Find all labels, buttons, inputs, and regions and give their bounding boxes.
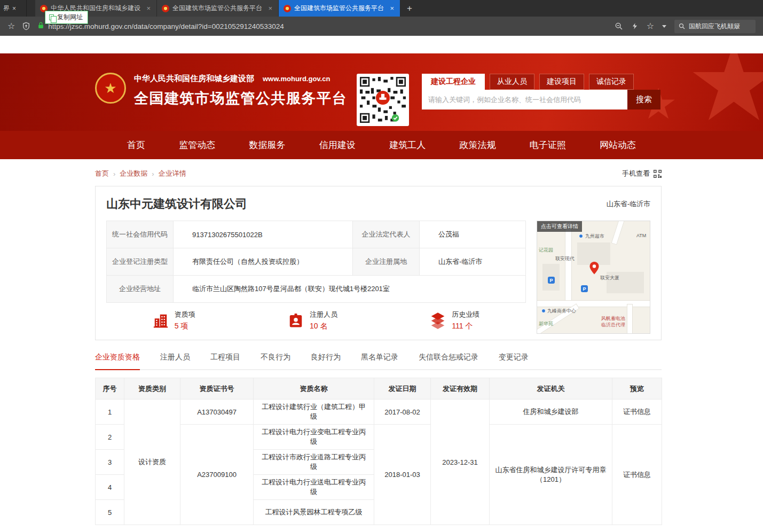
company-name: 山东中元建筑设计有限公司 <box>106 196 247 212</box>
stat-qualifications: 资质项 5 项 <box>153 310 195 331</box>
tab-dishonesty-records[interactable]: 失信联合惩戒记录 <box>419 353 478 369</box>
table-row: 2 A237009100 工程设计电力行业变电工程专业丙级 2018-01-03… <box>96 425 662 450</box>
bookmark-star-icon[interactable]: ☆ <box>7 22 15 30</box>
cell-no: 4 <box>96 475 124 500</box>
cell-name: 工程设计建筑行业（建筑工程）甲级 <box>254 400 374 425</box>
company-stats: 资质项 5 项 注册人员 10 名 <box>106 310 526 334</box>
cell-name: 工程设计电力行业送电工程专业丙级 <box>254 475 374 500</box>
lightning-icon[interactable] <box>631 22 639 30</box>
shield-icon[interactable] <box>22 22 30 30</box>
col-header-issue-date: 发证日期 <box>374 378 431 400</box>
tab-projects[interactable]: 工程项目 <box>210 353 240 369</box>
nav-item-e-license[interactable]: 电子证照 <box>530 139 566 151</box>
search-tab-enterprise[interactable]: 建设工程企业 <box>422 74 485 90</box>
col-header-cert-no: 资质证书号 <box>180 378 254 400</box>
browser-tab-3-active[interactable]: 全国建筑市场监管公共服务平台 × <box>279 0 400 17</box>
stat-label: 注册人员 <box>310 310 337 319</box>
reg-type-label: 企业登记注册类型 <box>107 248 174 276</box>
cell-no: 3 <box>96 450 124 475</box>
tab-label: 全国建筑市场监管公共服务平台 <box>294 4 386 13</box>
copy-icon <box>49 14 54 20</box>
search-button[interactable]: 搜索 <box>627 90 660 109</box>
ministry-url: www.mohurd.gov.cn <box>263 75 330 83</box>
cell-authority: 山东省住房和城乡建设厅许可专用章（1201） <box>490 425 612 525</box>
tab-label: 界 <box>3 4 10 13</box>
cell-category: 设计资质 <box>124 400 180 525</box>
stat-history-performance: 历史业绩 111 个 <box>430 310 479 331</box>
cell-issue-date: 2017-08-02 <box>374 400 431 425</box>
map-road <box>627 304 633 334</box>
stat-value: 10 名 <box>310 322 337 331</box>
close-icon[interactable]: × <box>389 4 395 12</box>
detail-tabs: 企业资质资格 注册人员 工程项目 不良行为 良好行为 黑名单记录 失信联合惩戒记… <box>95 353 662 370</box>
breadcrumb-sep-icon: › <box>113 170 115 178</box>
nav-item-site-news[interactable]: 网站动态 <box>600 139 636 151</box>
cell-no: 2 <box>96 425 124 450</box>
keyword-search-input[interactable] <box>422 90 627 109</box>
site-logo-block[interactable]: ★ 中华人民共和国住房和城乡建设部 www.mohurd.gov.cn 全国建筑… <box>95 73 347 108</box>
address-value: 临沂市兰山区陶然路107号星河晶都（联安）现代城1号楼2201室 <box>174 276 526 303</box>
browser-address-bar: ☆ https://jzsc.mohurd.gov.cn/data/compan… <box>0 17 763 36</box>
mobile-view-button[interactable]: 手机查看 <box>622 169 662 178</box>
close-icon[interactable]: × <box>12 5 16 12</box>
tab-registered-personnel[interactable]: 注册人员 <box>160 353 190 369</box>
search-tab-project[interactable]: 建设项目 <box>539 74 584 90</box>
search-tab-credit[interactable]: 诚信记录 <box>589 74 634 90</box>
zoom-icon[interactable] <box>615 22 623 30</box>
col-header-preview: 预览 <box>612 378 662 400</box>
nav-item-credit[interactable]: 信用建设 <box>319 139 356 151</box>
company-region: 山东省-临沂市 <box>607 199 650 209</box>
browser-chrome: 界 × 中华人民共和国住房和城乡建设 × 全国建筑市场监管公共服务平台 × 全国… <box>0 0 763 53</box>
nav-item-supervision[interactable]: 监管动态 <box>179 139 215 151</box>
poi-dot-icon <box>541 309 546 313</box>
col-header-category: 资质类别 <box>124 378 180 400</box>
quick-search-text: 国航回应飞机颠簸 <box>689 22 740 31</box>
header-qr-code <box>357 74 409 126</box>
new-tab-button[interactable]: + <box>400 0 419 17</box>
tab-bad-behavior[interactable]: 不良行为 <box>261 353 290 369</box>
close-icon[interactable]: × <box>267 4 273 12</box>
search-tab-personnel[interactable]: 从业人员 <box>490 74 534 90</box>
nav-item-workers[interactable]: 建筑工人 <box>389 139 426 151</box>
url-field[interactable]: https://jzsc.mohurd.gov.cn/data/company/… <box>37 21 607 31</box>
site-favicon-icon <box>162 5 169 12</box>
browser-tab-partial[interactable]: 界 × <box>0 0 27 17</box>
cert-info-link[interactable]: 证书信息 <box>612 400 662 425</box>
map-road <box>611 221 625 245</box>
page-top-gap <box>0 36 763 53</box>
nav-item-policy[interactable]: 政策法规 <box>459 139 495 151</box>
breadcrumb: 首页 › 企业数据 › 企业详情 <box>95 169 186 178</box>
cell-cert-no: A137030497 <box>180 400 254 425</box>
breadcrumb-home[interactable]: 首页 <box>95 169 109 178</box>
map-label-xinhua: 新华苑 <box>539 320 553 327</box>
stat-label: 历史业绩 <box>452 310 479 319</box>
company-location-map[interactable]: 点击可查看详情 九州超市 ATM 记花园 联安现代 P P 联安大厦 九峰商务中… <box>537 221 650 334</box>
map-label-battery-line2: 临沂总代理 <box>601 322 625 328</box>
close-icon[interactable]: × <box>145 4 152 12</box>
stat-registered-personnel: 注册人员 10 名 <box>288 310 337 331</box>
mobile-view-label: 手机查看 <box>622 169 650 178</box>
browser-tab-bar: 界 × 中华人民共和国住房和城乡建设 × 全国建筑市场监管公共服务平台 × 全国… <box>0 0 763 17</box>
tab-blacklist[interactable]: 黑名单记录 <box>361 353 398 369</box>
nav-item-data-service[interactable]: 数据服务 <box>249 139 286 151</box>
favorite-star-icon[interactable]: ☆ <box>647 22 654 30</box>
chevron-down-icon[interactable] <box>662 25 666 28</box>
browser-tab-2[interactable]: 全国建筑市场监管公共服务平台 × <box>157 0 279 17</box>
tab-qualifications[interactable]: 企业资质资格 <box>95 353 140 370</box>
breadcrumb-company-data[interactable]: 企业数据 <box>120 169 147 178</box>
ministry-name: 中华人民共和国住房和城乡建设部 <box>134 74 254 84</box>
parking-icon: P <box>548 277 555 284</box>
site-header: ★ ★ ★ 中华人民共和国住房和城乡建设部 www.mohurd.gov.cn … <box>0 53 763 131</box>
tab-change-records[interactable]: 变更记录 <box>499 353 529 369</box>
nav-item-home[interactable]: 首页 <box>127 139 145 151</box>
tab-good-behavior[interactable]: 良好行为 <box>311 353 341 369</box>
breadcrumb-row: 首页 › 企业数据 › 企业详情 手机查看 <box>95 169 662 178</box>
browser-quick-search[interactable]: 国航回应飞机颠簸 <box>674 20 756 33</box>
header-search-zone: 建设工程企业 从业人员 建设项目 诚信记录 搜索 <box>422 74 660 109</box>
copy-url-tooltip[interactable]: 复制网址 <box>45 11 88 24</box>
credit-code-value: 91371302675501022B <box>174 221 353 248</box>
layers-icon <box>430 312 446 329</box>
cert-info-link[interactable]: 证书信息 <box>612 425 662 525</box>
legal-rep-value: 公茂福 <box>420 221 526 248</box>
tab-label: 全国建筑市场监管公共服务平台 <box>172 4 264 13</box>
